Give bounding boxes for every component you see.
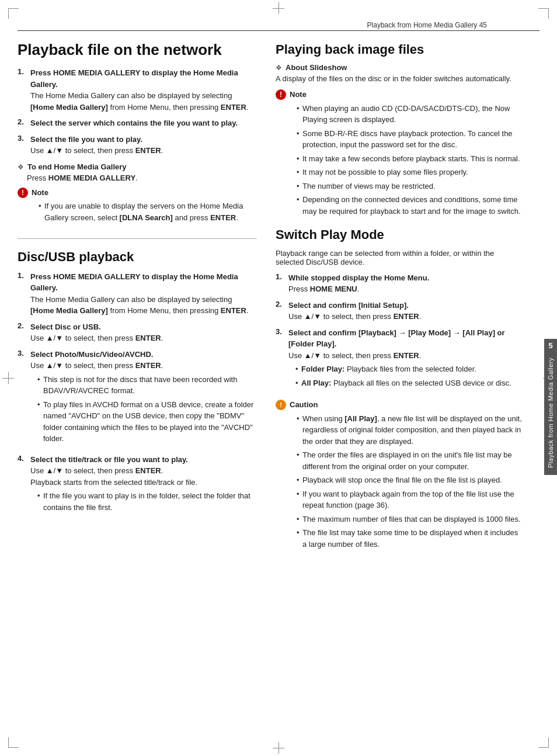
note-content-1: Note If you are unable to display the se… bbox=[32, 187, 257, 228]
about-slideshow-header: ❖ About Slideshow bbox=[276, 63, 524, 72]
disc-step-4-bold: Select the title/track or file you want … bbox=[30, 455, 188, 464]
section-title-switchplay: Switch Play Mode bbox=[276, 227, 524, 242]
note-icon-2: ! bbox=[276, 89, 286, 100]
sp-step-2-content: Select and confirm [Initial Setup]. Use … bbox=[288, 300, 421, 322]
about-slideshow-label: About Slideshow bbox=[286, 63, 347, 72]
caution-label: Caution bbox=[290, 399, 524, 411]
caution-item-3: If you want to playback again from the t… bbox=[297, 488, 524, 511]
section-title-network: Playback file on the network bbox=[18, 41, 257, 59]
sp-step-3-bullets: Folder Play: Playback files from the sel… bbox=[288, 363, 524, 389]
header-text: Playback from Home Media Gallery 45 bbox=[367, 21, 487, 29]
disc-step-4-content: Select the title/track or file you want … bbox=[30, 454, 257, 518]
corner-mark-br bbox=[538, 737, 549, 748]
disc-step-3-sub: Use ▲/▼ to select, then press ENTER. bbox=[30, 360, 257, 372]
network-step-1: 1. Press HOME MEDIA GALLERY to display t… bbox=[18, 67, 257, 113]
sp-step-3-content: Select and confirm [Playback] → [Play Mo… bbox=[288, 327, 524, 394]
step-1-bold: Press HOME MEDIA GALLERY to display the … bbox=[30, 68, 238, 89]
network-step-2: 2. Select the server which contains the … bbox=[18, 117, 257, 129]
step-1-sub: The Home Media Gallery can also be displ… bbox=[30, 90, 257, 113]
disc-step-num-2: 2. bbox=[18, 321, 28, 344]
note-label-1: Note bbox=[32, 187, 257, 199]
to-end-label: To end Home Media Gallery bbox=[27, 162, 127, 171]
sp-step-3-sub: Use ▲/▼ to select, then press ENTER. bbox=[288, 350, 524, 362]
caution-box: ! Caution When using [All Play], a new f… bbox=[276, 399, 524, 554]
disc-step-1-bold: Press HOME MEDIA GALLERY to display the … bbox=[30, 272, 238, 293]
left-column: Playback file on the network 1. Press HO… bbox=[18, 41, 257, 560]
cross-bottom bbox=[273, 742, 284, 754]
step-1-content: Press HOME MEDIA GALLERY to display the … bbox=[30, 67, 257, 113]
cross-left bbox=[2, 372, 14, 384]
columns: Playback file on the network 1. Press HO… bbox=[18, 41, 539, 560]
caution-item-1: The order the files are displayed in on … bbox=[297, 449, 524, 472]
step-3-bold: Select the file you want to play. bbox=[30, 135, 142, 144]
note2-item-0: When playing an audio CD (CD-DA/SACD/DTS… bbox=[297, 103, 524, 126]
diamond-icon-1: ❖ bbox=[18, 163, 24, 171]
step-2-content: Select the server which contains the fil… bbox=[30, 117, 238, 129]
sp-step-num-1: 1. bbox=[276, 272, 286, 295]
disc-step-4-bullets: If the file you want to play is in the f… bbox=[30, 490, 257, 513]
sp-step-1-sub: Press HOME MENU. bbox=[288, 283, 429, 295]
caution-item-5: The file list may take some time to be d… bbox=[297, 527, 524, 550]
right-column: Playing back image files ❖ About Slidesh… bbox=[276, 41, 539, 560]
disc-step-num-3: 3. bbox=[18, 349, 28, 449]
disc-step-2: 2. Select Disc or USB. Use ▲/▼ to select… bbox=[18, 321, 257, 344]
sp-step-num-3: 3. bbox=[276, 327, 286, 394]
section-title-disc: Disc/USB playback bbox=[18, 249, 257, 265]
note2-item-1: Some BD-R/-RE discs have playback protec… bbox=[297, 128, 524, 151]
corner-mark-bl bbox=[8, 737, 19, 748]
note-icon-1: ! bbox=[18, 188, 28, 198]
note-box-1: ! Note If you are unable to display the … bbox=[18, 187, 257, 228]
disc-step-1-content: Press HOME MEDIA GALLERY to display the … bbox=[30, 271, 257, 317]
disc-step-2-sub: Use ▲/▼ to select, then press ENTER. bbox=[30, 332, 163, 344]
switchplay-steps-list: 1. While stopped display the Home Menu. … bbox=[276, 272, 524, 394]
note2-item-5: Depending on the connected devices and c… bbox=[297, 194, 524, 217]
step-num-3: 3. bbox=[18, 134, 28, 157]
disc-step-4-bullet-1: If the file you want to play is in the f… bbox=[37, 490, 257, 513]
disc-step-3-bullet-2: To play files in AVCHD format on a USB d… bbox=[37, 399, 257, 445]
caution-item-4: The maximum number of files that can be … bbox=[297, 514, 524, 525]
caution-item-2: Playback will stop once the final file o… bbox=[297, 474, 524, 486]
note-label-2: Note bbox=[290, 89, 524, 100]
sp-step-2-sub: Use ▲/▼ to select, then press ENTER. bbox=[288, 311, 421, 322]
disc-step-4: 4. Select the title/track or file you wa… bbox=[18, 454, 257, 518]
to-end-body: Press HOME MEDIA GALLERY. bbox=[18, 174, 257, 182]
sp-step-num-2: 2. bbox=[276, 300, 286, 322]
disc-step-2-content: Select Disc or USB. Use ▲/▼ to select, t… bbox=[30, 321, 163, 344]
disc-step-num-1: 1. bbox=[18, 271, 28, 317]
section-separator bbox=[18, 238, 257, 239]
header-bar bbox=[18, 30, 539, 31]
disc-step-3-bullets: This step is not for the discs that have… bbox=[30, 374, 257, 445]
diamond-icon-2: ❖ bbox=[276, 64, 282, 72]
note-item-1-0: If you are unable to display the servers… bbox=[39, 200, 257, 223]
disc-step-3-content: Select Photo/Music/Video/AVCHD. Use ▲/▼ … bbox=[30, 349, 257, 449]
note-box-2: ! Note When playing an audio CD (CD-DA/S… bbox=[276, 89, 524, 221]
caution-content: Caution When using [All Play], a new fil… bbox=[290, 399, 524, 554]
caution-list: When using [All Play], a new file list w… bbox=[290, 413, 524, 550]
note2-item-4: The number of views may be restricted. bbox=[297, 181, 524, 192]
disc-step-3-bullet-1: This step is not for the discs that have… bbox=[37, 374, 257, 397]
caution-icon: ! bbox=[276, 400, 286, 410]
step-3-sub: Use ▲/▼ to select, then press ENTER. bbox=[30, 145, 163, 157]
note-list-1: If you are unable to display the servers… bbox=[32, 200, 257, 223]
corner-mark-tl bbox=[8, 8, 19, 19]
sp-step-2-bold: Select and confirm [Initial Setup]. bbox=[288, 301, 409, 310]
disc-step-2-bold: Select Disc or USB. bbox=[30, 322, 101, 331]
corner-mark-tr bbox=[538, 8, 549, 19]
note2-item-2: It may take a few seconds before playbac… bbox=[297, 153, 524, 165]
main-content: Playback file on the network 1. Press HO… bbox=[18, 35, 539, 738]
disc-step-4-sub: Use ▲/▼ to select, then press ENTER.Play… bbox=[30, 465, 257, 488]
step-num-1: 1. bbox=[18, 67, 28, 113]
side-tab-label: Playback from Home Media Gallery bbox=[544, 351, 557, 475]
disc-step-3-bold: Select Photo/Music/Video/AVCHD. bbox=[30, 350, 153, 359]
step-num-2: 2. bbox=[18, 117, 28, 129]
note-list-2: When playing an audio CD (CD-DA/SACD/DTS… bbox=[290, 103, 524, 217]
disc-step-num-4: 4. bbox=[18, 454, 28, 518]
note-content-2: Note When playing an audio CD (CD-DA/SAC… bbox=[290, 89, 524, 221]
disc-step-3: 3. Select Photo/Music/Video/AVCHD. Use ▲… bbox=[18, 349, 257, 449]
disc-step-1: 1. Press HOME MEDIA GALLERY to display t… bbox=[18, 271, 257, 317]
switchplay-step-2: 2. Select and confirm [Initial Setup]. U… bbox=[276, 300, 524, 322]
note2-item-3: It may not be possible to play some file… bbox=[297, 167, 524, 178]
to-end-header: ❖ To end Home Media Gallery bbox=[18, 162, 257, 171]
network-step-3: 3. Select the file you want to play. Use… bbox=[18, 134, 257, 157]
sp-bullet-all: All Play: Playback all files on the sele… bbox=[295, 377, 524, 389]
